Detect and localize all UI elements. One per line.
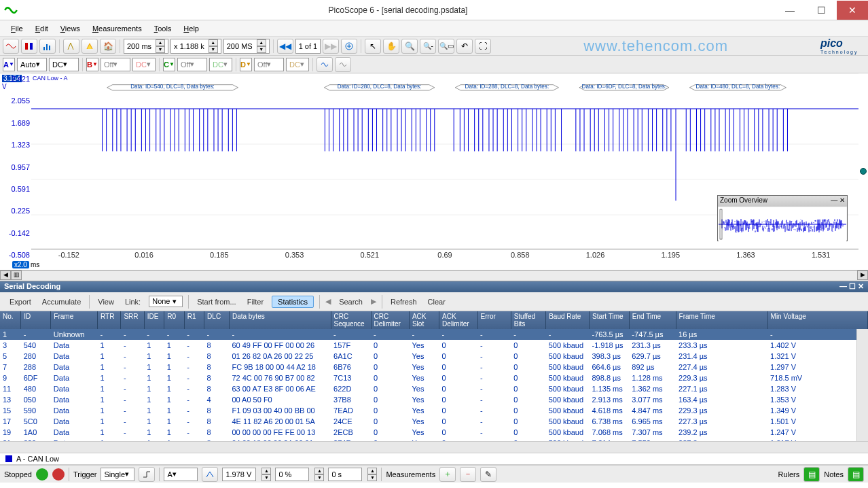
zoom-min-icon[interactable]: —	[831, 196, 837, 204]
channel-d-coupling[interactable]: DC▾	[286, 58, 309, 71]
trigger-channel-select[interactable]: A ▾	[164, 468, 198, 481]
channel-b-coupling[interactable]: DC▾	[132, 58, 156, 71]
zoom-overview-panel[interactable]: Zoom Overview — ✕	[717, 195, 848, 241]
table-row[interactable]: 175C0Data1-11-84E 11 82 A6 20 00 01 5A24…	[0, 416, 868, 427]
table-hscroll[interactable]	[0, 441, 868, 453]
table-row[interactable]: 7288Data1-11-8FC 9B 18 00 00 44 A2 186B7…	[0, 362, 868, 372]
trigger-edge-icon[interactable]	[139, 467, 155, 482]
add-measurement-icon[interactable]: ＋	[439, 467, 456, 482]
prev-buffer-icon[interactable]: ◀◀	[277, 39, 293, 54]
decode-table[interactable]: No.IDFrameRTRSRRIDER0R1DLCData bytesCRC …	[0, 311, 868, 453]
undo-zoom-icon[interactable]: ↶	[456, 39, 473, 54]
channel-b-range[interactable]: Off▾	[101, 58, 130, 71]
table-row[interactable]: 5280Data1-11-801 26 82 0A 26 00 22 256A1…	[0, 351, 868, 362]
trigger-marker-icon[interactable]	[860, 168, 867, 175]
decode-min-icon[interactable]: —	[839, 282, 847, 290]
decode-close-icon[interactable]: ✕	[858, 282, 864, 290]
channel-c-label[interactable]: C▼	[163, 58, 175, 71]
persistence-icon[interactable]	[21, 39, 37, 54]
menu-file[interactable]: File	[5, 23, 29, 34]
home-icon[interactable]: 🏠	[100, 39, 116, 54]
trigger-mode-select[interactable]: Single ▾	[101, 468, 134, 481]
table-row[interactable]: 3540Data1-11-860 49 FF 00 FF 00 00 26157…	[0, 340, 868, 351]
menu-bar: File Edit Views Measurements Tools Help	[0, 20, 868, 37]
samples-select[interactable]: 200 MS▲▼	[223, 39, 270, 54]
table-row[interactable]: 11480Data1-11-863 00 A7 E3 8F 00 06 AE62…	[0, 383, 868, 394]
table-row[interactable]: 96DFData1-11-872 4C 00 76 90 B7 00 827C1…	[0, 372, 868, 383]
channel-c-range[interactable]: Off▾	[177, 58, 207, 71]
search-button[interactable]: Search	[336, 296, 365, 307]
search-next-icon[interactable]: ▶	[371, 297, 376, 306]
channel-c-coupling[interactable]: DC▾	[209, 58, 232, 71]
edit-measurement-icon[interactable]: ✎	[480, 467, 496, 482]
go-button[interactable]	[36, 468, 48, 481]
channel-info-bar: A - CAN Low	[0, 453, 868, 465]
menu-views[interactable]: Views	[55, 23, 86, 34]
rulers-label: Rulers	[778, 470, 799, 478]
channel-a-range[interactable]: Auto▾	[17, 58, 47, 71]
remove-measurement-icon[interactable]: －	[460, 467, 476, 482]
maximize-button[interactable]: ☐	[806, 1, 837, 20]
channel-info-text: A - CAN Low	[16, 455, 59, 463]
menu-help[interactable]: Help	[178, 23, 204, 34]
scroll-left-icon[interactable]: ◀	[0, 271, 11, 280]
channel-a-coupling[interactable]: DC▾	[49, 58, 79, 71]
zoom-fit-icon[interactable]: ⛶	[475, 39, 491, 54]
hand-icon[interactable]: ✋	[383, 39, 399, 54]
close-button[interactable]: ✕	[837, 1, 868, 20]
autosetup-icon[interactable]	[82, 39, 98, 54]
trigger-slope-icon[interactable]	[202, 467, 218, 482]
channel-d-range[interactable]: Off▾	[254, 58, 284, 71]
zoom-factor[interactable]: x 1.188 k▲▼	[170, 39, 221, 54]
table-row[interactable]: 191A0Data1-11-800 00 00 00 FE FE 00 132E…	[0, 427, 868, 438]
link-select[interactable]: None ▾	[149, 296, 183, 307]
scope-mode-icon[interactable]	[3, 39, 19, 54]
table-row[interactable]: 1-Unknown---------------763.5 µs-747.5 µ…	[0, 329, 868, 340]
stop-button[interactable]	[52, 468, 65, 481]
menu-tools[interactable]: Tools	[149, 23, 177, 34]
table-row[interactable]: 13050Data1-11-400 A0 50 F037B80Yes0-0500…	[0, 394, 868, 405]
zoom-window-icon[interactable]: 🔍▭	[438, 39, 454, 54]
rulers-icon[interactable]: ▤	[803, 467, 820, 482]
statistics-button[interactable]: Statistics	[272, 296, 314, 308]
svg-rect-0	[25, 43, 28, 50]
refresh-button[interactable]: Refresh	[388, 296, 420, 307]
ref-channel-icon[interactable]	[335, 57, 351, 72]
next-buffer-icon[interactable]: ▶▶	[323, 39, 339, 54]
channel-d-label[interactable]: D▼	[240, 58, 252, 71]
trigger-level[interactable]: 1.978 V	[222, 468, 256, 481]
menu-edit[interactable]: Edit	[30, 23, 54, 34]
menu-measurements[interactable]: Measurements	[87, 23, 147, 34]
decode-max-icon[interactable]: ☐	[849, 282, 856, 290]
scroll-splitter-icon[interactable]: ▥	[11, 271, 22, 280]
math-channel-icon[interactable]	[317, 57, 333, 72]
buffer-pager[interactable]: 1 of 1	[295, 39, 321, 54]
pointer-icon[interactable]: ↖	[365, 39, 381, 54]
notes-icon[interactable]: ▤	[848, 467, 864, 482]
x-axis-unit: x2.0ms	[12, 261, 39, 268]
siggen-icon[interactable]	[63, 39, 79, 54]
table-vscroll[interactable]	[856, 329, 868, 441]
channel-a-label[interactable]: A▼	[3, 58, 15, 71]
scroll-right-icon[interactable]: ▶	[857, 271, 868, 280]
zoom-overview-plot[interactable]	[719, 207, 846, 241]
timebase-select[interactable]: 200 ms▲▼	[124, 39, 168, 54]
start-from-button[interactable]: Start from...	[194, 296, 238, 307]
buffer-nav-icon[interactable]	[341, 39, 357, 54]
delay[interactable]: 0 s	[328, 468, 362, 481]
search-prev-icon[interactable]: ◀	[325, 297, 331, 306]
export-button[interactable]: Export	[7, 296, 34, 307]
filter-button[interactable]: Filter	[245, 296, 266, 307]
minimize-button[interactable]: —	[774, 1, 806, 20]
oscilloscope-view[interactable]: 3.154 V CAN Low - A 2.4212.0551.6891.323…	[0, 73, 868, 271]
spectrum-icon[interactable]	[39, 39, 56, 54]
table-row[interactable]: 15590Data1-11-8F1 09 03 00 40 00 BB 007E…	[0, 405, 868, 416]
svg-text:Data: ID=280, DLC=8, Data byte: Data: ID=280, DLC=8, Data bytes:	[338, 84, 422, 90]
pretrigger[interactable]: 0 %	[275, 468, 309, 481]
clear-button[interactable]: Clear	[425, 296, 448, 307]
zoom-in-icon[interactable]: 🔍	[401, 39, 418, 54]
zoom-close-icon[interactable]: ✕	[839, 196, 845, 204]
zoom-out-icon[interactable]: 🔍-	[420, 39, 436, 54]
accumulate-button[interactable]: Accumulate	[39, 296, 84, 307]
channel-b-label[interactable]: B▼	[86, 58, 98, 71]
